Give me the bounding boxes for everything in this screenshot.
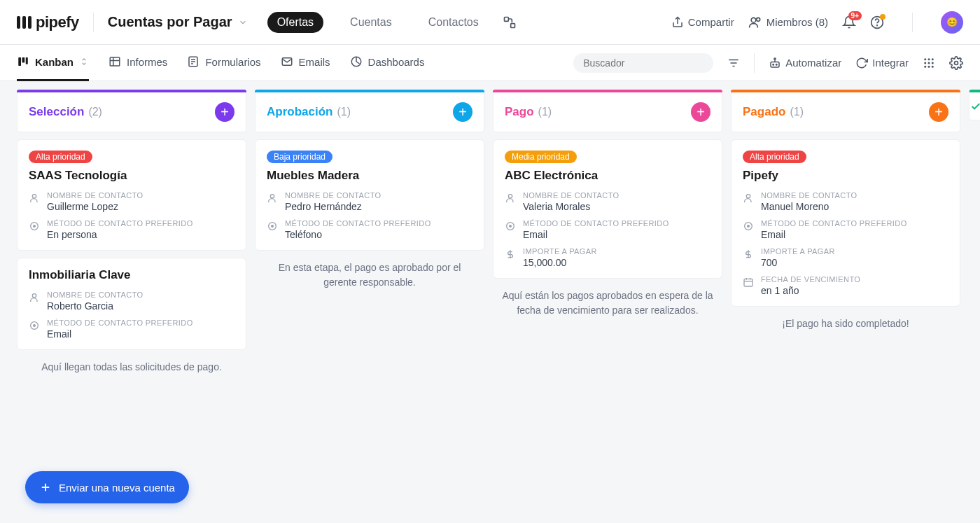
svg-point-4 bbox=[756, 18, 760, 21]
field-value: en 1 año bbox=[761, 285, 860, 296]
column-aprobación: Aprobación(1)+Baja prioridadMuebles Made… bbox=[255, 90, 484, 506]
search-input[interactable] bbox=[583, 57, 706, 69]
add-card-button[interactable]: + bbox=[453, 102, 472, 122]
tab-label: Formularios bbox=[205, 56, 260, 68]
priority-badge: Alta prioridad bbox=[743, 151, 806, 163]
svg-point-36 bbox=[932, 65, 934, 67]
svg-point-32 bbox=[928, 62, 930, 64]
card-title: Pipefy bbox=[743, 169, 948, 183]
new-account-button[interactable]: Enviar una nueva cuenta bbox=[25, 471, 189, 503]
members-button[interactable]: Miembros (8) bbox=[748, 15, 828, 29]
column-title: Selección bbox=[29, 105, 84, 119]
pipe-name: Cuentas por Pagar bbox=[108, 14, 232, 30]
top-bar: pipefy Cuentas por Pagar OfertasCuentasC… bbox=[0, 0, 980, 45]
svg-rect-10 bbox=[110, 57, 120, 66]
help-button[interactable] bbox=[870, 15, 884, 29]
tab-dashboards[interactable]: Dashboards bbox=[350, 45, 425, 81]
nav-cuentas[interactable]: Cuentas bbox=[340, 12, 402, 33]
kanban-card[interactable]: Media prioridadABC ElectrónicaNOMBRE DE … bbox=[493, 139, 722, 279]
column-count: (2) bbox=[88, 106, 102, 118]
nav-ofertas[interactable]: Ofertas bbox=[267, 12, 323, 33]
add-card-button[interactable]: + bbox=[215, 102, 234, 122]
nav-contactos[interactable]: Contactos bbox=[419, 12, 489, 33]
search-input-wrap[interactable] bbox=[573, 53, 713, 73]
column-title: Aprobación bbox=[267, 105, 332, 119]
logo-icon bbox=[17, 16, 31, 29]
field-label: MÉTODO DE CONTACTO PREFERIDO bbox=[523, 219, 669, 228]
card-title: ABC Electrónica bbox=[505, 169, 710, 183]
card-field: NOMBRE DE CONTACTORoberto Garcia bbox=[29, 291, 234, 312]
svg-point-47 bbox=[508, 195, 512, 198]
svg-rect-55 bbox=[744, 279, 752, 286]
notifications-button[interactable]: 9+ bbox=[842, 15, 856, 29]
divider bbox=[754, 53, 755, 73]
svg-point-26 bbox=[776, 64, 778, 65]
next-column-peek[interactable] bbox=[969, 90, 980, 120]
field-value: Roberto Garcia bbox=[47, 300, 144, 312]
field-label: FECHA DE VENCIMIENTO bbox=[761, 275, 860, 284]
tab-informes[interactable]: Informes bbox=[108, 45, 167, 81]
integrate-button[interactable]: Integrar bbox=[855, 57, 909, 69]
kanban-card[interactable]: Baja prioridadMuebles MaderaNOMBRE DE CO… bbox=[255, 139, 484, 251]
column-header: Pago(1)+ bbox=[493, 92, 722, 132]
dollar-icon bbox=[505, 249, 516, 268]
top-actions: Compartir Miembros (8) 9+ 😊 bbox=[671, 11, 963, 34]
apps-button[interactable] bbox=[923, 57, 935, 69]
card-title: Inmobiliaria Clave bbox=[29, 268, 234, 282]
kanban-card[interactable]: Alta prioridadSAAS TecnologíaNOMBRE DE C… bbox=[17, 139, 246, 251]
alert-dot-icon bbox=[880, 14, 886, 20]
field-label: MÉTODO DE CONTACTO PREFERIDO bbox=[47, 219, 193, 228]
field-value: Email bbox=[761, 229, 907, 240]
card-field: IMPORTE A PAGAR15,000.00 bbox=[505, 247, 710, 268]
tab-label: Informes bbox=[127, 56, 167, 68]
share-button[interactable]: Compartir bbox=[671, 16, 734, 29]
automate-label: Automatizar bbox=[785, 57, 841, 69]
svg-point-29 bbox=[928, 58, 930, 60]
priority-badge: Baja prioridad bbox=[267, 151, 332, 163]
automate-button[interactable]: Automatizar bbox=[769, 57, 841, 69]
pipe-selector[interactable]: Cuentas por Pagar bbox=[108, 14, 248, 30]
priority-badge: Alta prioridad bbox=[29, 151, 92, 163]
card-list: Media prioridadABC ElectrónicaNOMBRE DE … bbox=[493, 139, 722, 279]
add-card-button[interactable]: + bbox=[691, 102, 710, 122]
field-value: Guillerme Lopez bbox=[47, 201, 144, 212]
card-list: Alta prioridadSAAS TecnologíaNOMBRE DE C… bbox=[17, 139, 246, 350]
column-title: Pago bbox=[505, 105, 534, 119]
card-field: NOMBRE DE CONTACTOPedro Hernández bbox=[267, 191, 472, 212]
tab-kanban[interactable]: Kanban bbox=[17, 45, 89, 81]
column-pagado: Pagado(1)+Alta prioridadPipefyNOMBRE DE … bbox=[731, 90, 960, 506]
filter-button[interactable] bbox=[727, 57, 740, 69]
svg-point-34 bbox=[924, 65, 926, 67]
column-count: (1) bbox=[790, 106, 804, 118]
field-label: NOMBRE DE CONTACTO bbox=[47, 291, 144, 299]
svg-rect-7 bbox=[18, 57, 21, 66]
field-label: NOMBRE DE CONTACTO bbox=[523, 191, 620, 200]
svg-point-6 bbox=[877, 25, 878, 25]
connections-icon[interactable] bbox=[503, 15, 517, 29]
target-icon bbox=[29, 221, 40, 240]
column-header: Aprobación(1)+ bbox=[255, 92, 484, 132]
svg-point-30 bbox=[932, 58, 934, 60]
informes-icon bbox=[108, 55, 121, 68]
user-avatar[interactable]: 😊 bbox=[941, 11, 963, 34]
field-value: Valeria Morales bbox=[523, 201, 620, 212]
column-header: Pagado(1)+ bbox=[731, 92, 960, 132]
svg-point-44 bbox=[270, 195, 274, 198]
kanban-card[interactable]: Inmobiliaria ClaveNOMBRE DE CONTACTORobe… bbox=[17, 258, 246, 350]
field-value: 15,000.00 bbox=[523, 257, 597, 268]
svg-point-3 bbox=[751, 18, 756, 22]
tab-formularios[interactable]: Formularios bbox=[187, 45, 260, 81]
target-icon bbox=[29, 320, 40, 340]
card-field: MÉTODO DE CONTACTO PREFERIDOTeléfono bbox=[267, 219, 472, 240]
svg-point-33 bbox=[932, 62, 934, 64]
svg-point-53 bbox=[748, 225, 750, 228]
svg-point-28 bbox=[924, 58, 926, 60]
add-card-button[interactable]: + bbox=[929, 102, 948, 122]
settings-button[interactable] bbox=[949, 56, 963, 70]
kanban-card[interactable]: Alta prioridadPipefyNOMBRE DE CONTACTOMa… bbox=[731, 139, 960, 307]
tab-emails[interactable]: Emails bbox=[281, 45, 330, 81]
user-icon bbox=[29, 292, 40, 312]
logo[interactable]: pipefy bbox=[17, 13, 79, 32]
column-selección: Selección(2)+Alta prioridadSAAS Tecnolog… bbox=[17, 90, 246, 506]
card-field: NOMBRE DE CONTACTOManuel Moreno bbox=[743, 191, 948, 212]
